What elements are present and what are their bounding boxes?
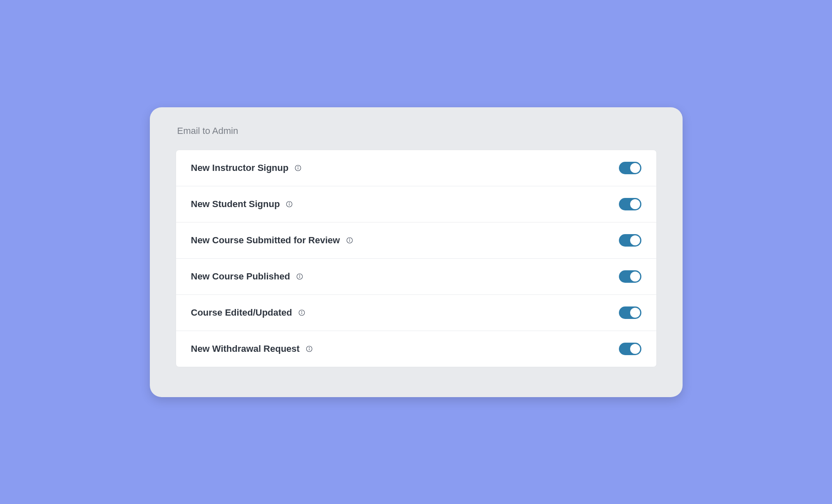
setting-label: New Instructor Signup bbox=[191, 163, 289, 173]
svg-point-11 bbox=[299, 275, 300, 275]
setting-label-group: Course Edited/Updated bbox=[191, 307, 305, 318]
section-title: Email to Admin bbox=[177, 126, 657, 136]
toggle-course-edited[interactable] bbox=[619, 306, 641, 319]
info-icon[interactable] bbox=[305, 345, 313, 353]
info-icon[interactable] bbox=[298, 309, 305, 316]
setting-label: New Course Submitted for Review bbox=[191, 235, 340, 246]
settings-card: New Instructor Signup New Student Signup bbox=[176, 150, 657, 367]
setting-label-group: New Instructor Signup bbox=[191, 163, 302, 173]
toggle-thumb bbox=[630, 163, 640, 173]
setting-row-new-student-signup: New Student Signup bbox=[176, 186, 656, 222]
setting-label: New Withdrawal Request bbox=[191, 343, 300, 354]
toggle-new-student-signup[interactable] bbox=[619, 198, 641, 210]
toggle-thumb bbox=[630, 272, 640, 282]
info-icon[interactable] bbox=[294, 164, 302, 172]
setting-row-new-course-submitted: New Course Submitted for Review bbox=[176, 222, 656, 259]
setting-label-group: New Withdrawal Request bbox=[191, 343, 313, 354]
setting-row-new-course-published: New Course Published bbox=[176, 259, 656, 295]
info-icon[interactable] bbox=[296, 273, 303, 280]
setting-label-group: New Course Submitted for Review bbox=[191, 235, 353, 246]
toggle-thumb bbox=[630, 199, 640, 209]
toggle-new-instructor-signup[interactable] bbox=[619, 162, 641, 174]
setting-label: New Student Signup bbox=[191, 199, 280, 210]
svg-point-8 bbox=[349, 239, 350, 239]
svg-point-17 bbox=[309, 347, 309, 348]
toggle-new-course-submitted[interactable] bbox=[619, 234, 641, 247]
toggle-new-withdrawal-request[interactable] bbox=[619, 343, 641, 355]
toggle-new-course-published[interactable] bbox=[619, 270, 641, 283]
settings-panel: Email to Admin New Instructor Signup bbox=[150, 107, 683, 397]
setting-row-new-withdrawal-request: New Withdrawal Request bbox=[176, 331, 656, 367]
toggle-thumb bbox=[630, 235, 640, 245]
svg-point-5 bbox=[289, 203, 290, 203]
setting-label-group: New Course Published bbox=[191, 271, 303, 282]
toggle-thumb bbox=[630, 308, 640, 318]
setting-label: New Course Published bbox=[191, 271, 290, 282]
setting-label-group: New Student Signup bbox=[191, 199, 293, 210]
setting-row-new-instructor-signup: New Instructor Signup bbox=[176, 150, 656, 186]
setting-row-course-edited: Course Edited/Updated bbox=[176, 295, 656, 331]
info-icon[interactable] bbox=[286, 200, 293, 208]
svg-point-14 bbox=[301, 311, 302, 311]
toggle-thumb bbox=[630, 344, 640, 354]
setting-label: Course Edited/Updated bbox=[191, 307, 292, 318]
info-icon[interactable] bbox=[346, 237, 353, 244]
svg-point-2 bbox=[298, 166, 298, 167]
